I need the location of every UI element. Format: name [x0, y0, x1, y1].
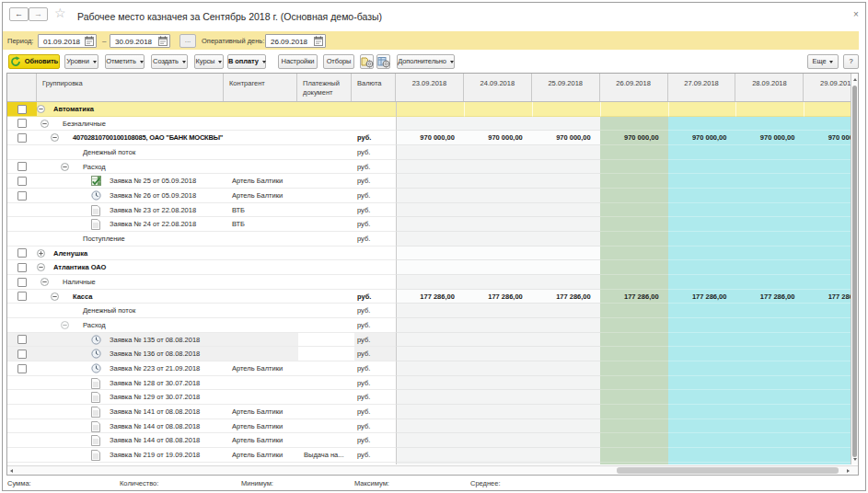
- amount-cell[interactable]: [668, 232, 736, 246]
- grouping-cell[interactable]: Заявка № 26 от 05.09.2018: [37, 189, 226, 203]
- amount-cell[interactable]: [804, 117, 851, 132]
- amount-cell[interactable]: [464, 246, 532, 261]
- calendar-icon[interactable]: [158, 36, 168, 47]
- amount-cell[interactable]: [396, 390, 464, 405]
- table-row[interactable]: Заявка № 25 от 05.09.2018Артель Балтикир…: [7, 174, 851, 189]
- grouping-cell[interactable]: Заявка № 25 от 05.09.2018: [37, 174, 226, 189]
- amount-cell[interactable]: [735, 376, 804, 391]
- amount-cell[interactable]: [668, 145, 736, 160]
- grouping-cell[interactable]: Расход: [37, 160, 226, 175]
- amount-cell[interactable]: [668, 246, 736, 261]
- row-checkbox[interactable]: [17, 133, 27, 143]
- amount-cell[interactable]: [735, 419, 804, 434]
- settings-button[interactable]: Настройки: [278, 54, 318, 69]
- grouping-cell[interactable]: Заявка № 23 от 22.08.2018: [37, 203, 226, 218]
- scroll-down-icon[interactable]: [853, 458, 857, 461]
- load-settings-button[interactable]: [376, 54, 390, 69]
- amount-cell[interactable]: [532, 361, 600, 376]
- amount-cell[interactable]: [735, 304, 804, 318]
- amount-cell[interactable]: [668, 275, 736, 290]
- amount-cell[interactable]: [464, 419, 532, 434]
- payment-document-column-header[interactable]: Платежный документ: [297, 74, 352, 101]
- collapse-icon[interactable]: [37, 263, 45, 271]
- amount-cell[interactable]: [600, 448, 668, 463]
- amount-cell[interactable]: [668, 102, 736, 117]
- amount-cell[interactable]: [600, 160, 668, 175]
- amount-cell[interactable]: [600, 203, 668, 218]
- amount-cell[interactable]: [396, 433, 464, 448]
- scroll-right-icon[interactable]: [847, 469, 850, 473]
- calendar-icon[interactable]: [85, 36, 95, 47]
- mark-menu-button[interactable]: Отметить: [105, 54, 145, 69]
- scroll-up-icon[interactable]: [853, 78, 857, 81]
- amount-cell[interactable]: [396, 333, 464, 348]
- amount-cell[interactable]: [600, 145, 668, 160]
- amount-cell[interactable]: [668, 419, 736, 434]
- amount-cell[interactable]: [464, 260, 532, 275]
- operational-day-input[interactable]: 26.09.2018: [265, 34, 326, 48]
- amount-cell[interactable]: [396, 217, 464, 232]
- amount-cell[interactable]: [600, 419, 668, 434]
- amount-cell[interactable]: [396, 260, 464, 275]
- amount-cell[interactable]: [600, 433, 668, 448]
- row-checkbox[interactable]: [17, 335, 27, 344]
- amount-cell[interactable]: [668, 174, 736, 189]
- amount-cell[interactable]: [600, 174, 668, 189]
- table-row[interactable]: Заявка № 24 от 22.08.2018ВТБруб.: [7, 217, 851, 232]
- amount-cell[interactable]: [804, 260, 851, 275]
- amount-cell[interactable]: [804, 102, 851, 117]
- amount-cell[interactable]: [600, 304, 668, 318]
- amount-cell[interactable]: [668, 376, 736, 391]
- amount-cell[interactable]: 970 000,00: [668, 131, 736, 145]
- table-row[interactable]: Заявка № 223 от 21.09.2018Артель Балтики…: [7, 361, 851, 376]
- amount-cell[interactable]: [735, 145, 804, 160]
- table-row[interactable]: Заявка № 141 от 08.08.2018Артель Балтики…: [7, 405, 851, 419]
- amount-cell[interactable]: [464, 189, 532, 203]
- amount-cell[interactable]: [668, 203, 736, 218]
- table-row[interactable]: Расходруб.: [7, 318, 851, 333]
- amount-cell[interactable]: [532, 203, 600, 218]
- table-row[interactable]: Денежный потокруб.: [7, 145, 851, 160]
- amount-cell[interactable]: [668, 304, 736, 318]
- amount-cell[interactable]: [464, 203, 532, 218]
- collapse-icon[interactable]: [41, 278, 49, 286]
- grouping-cell[interactable]: Атлантика ОАО: [37, 260, 226, 275]
- amount-cell[interactable]: [600, 217, 668, 232]
- amount-cell[interactable]: [532, 145, 600, 160]
- grouping-cell[interactable]: Расход: [37, 318, 226, 333]
- to-payment-menu-button[interactable]: В оплату: [227, 54, 266, 69]
- amount-cell[interactable]: [532, 448, 600, 463]
- period-from-input[interactable]: 01.09.2018: [38, 34, 97, 48]
- amount-cell[interactable]: [668, 448, 736, 463]
- amount-cell[interactable]: [600, 333, 668, 348]
- amount-cell[interactable]: [464, 160, 532, 175]
- amount-cell[interactable]: [396, 145, 464, 160]
- amount-cell[interactable]: [804, 275, 851, 290]
- row-checkbox[interactable]: [17, 162, 27, 171]
- table-row[interactable]: 40702810700100108085, ОАО "БАНК МОСКВЫ"р…: [7, 131, 851, 145]
- amount-cell[interactable]: [464, 333, 532, 348]
- amount-cell[interactable]: [735, 390, 804, 405]
- amount-cell[interactable]: [532, 347, 600, 361]
- amount-cell[interactable]: [735, 203, 804, 218]
- date-column-header[interactable]: 25.09.2018: [532, 74, 600, 101]
- amount-cell[interactable]: [532, 260, 600, 275]
- amount-cell[interactable]: [532, 102, 600, 117]
- amount-cell[interactable]: [464, 318, 532, 333]
- amount-cell[interactable]: [532, 232, 600, 246]
- amount-cell[interactable]: [464, 390, 532, 405]
- amount-cell[interactable]: [396, 246, 464, 261]
- amount-cell[interactable]: 177 286,00: [600, 290, 668, 304]
- grouping-cell[interactable]: Поступление: [37, 232, 226, 246]
- grouping-cell[interactable]: Касса: [37, 290, 226, 304]
- amount-cell[interactable]: [464, 361, 532, 376]
- row-checkbox[interactable]: [17, 105, 27, 114]
- amount-cell[interactable]: [396, 275, 464, 290]
- amount-cell[interactable]: [735, 333, 804, 348]
- grouping-cell[interactable]: Заявка № 144 от 08.08.2018: [37, 419, 226, 434]
- amount-cell[interactable]: 177 286,00: [532, 290, 600, 304]
- save-settings-button[interactable]: [360, 54, 374, 69]
- period-to-input[interactable]: 30.09.2018: [110, 34, 170, 48]
- amount-cell[interactable]: [600, 102, 668, 117]
- amount-cell[interactable]: [532, 174, 600, 189]
